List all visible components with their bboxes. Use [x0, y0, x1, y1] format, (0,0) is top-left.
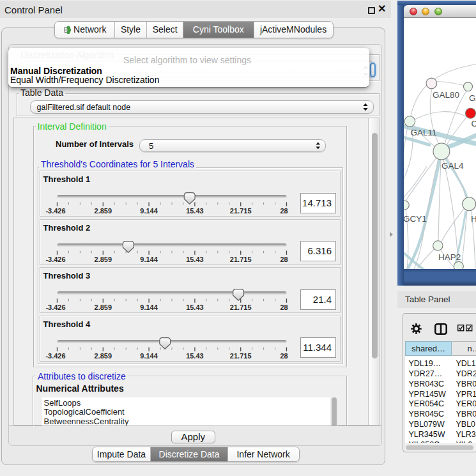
svg-text:28: 28: [280, 351, 288, 359]
svg-text:9.144: 9.144: [140, 303, 158, 311]
svg-text:21.715: 21.715: [229, 303, 251, 311]
svg-text:15.43: 15.43: [186, 351, 204, 359]
svg-text:2.859: 2.859: [94, 303, 112, 311]
svg-text:21.715: 21.715: [229, 255, 251, 263]
svg-text:-3.426: -3.426: [45, 255, 65, 263]
svg-text:2.859: 2.859: [94, 207, 112, 215]
svg-text:15.43: 15.43: [186, 255, 204, 263]
svg-text:28: 28: [280, 207, 288, 215]
svg-text:21.715: 21.715: [229, 351, 251, 359]
svg-text:HAP2: HAP2: [438, 252, 461, 261]
svg-text:9.144: 9.144: [140, 255, 158, 263]
svg-text:C: C: [472, 118, 476, 128]
svg-text:28: 28: [280, 255, 288, 263]
svg-text:21.715: 21.715: [229, 207, 251, 215]
svg-text:2.859: 2.859: [94, 255, 112, 263]
svg-text:9.144: 9.144: [140, 351, 158, 359]
svg-text:H: H: [471, 213, 476, 223]
svg-text:15.43: 15.43: [186, 303, 204, 311]
svg-text:-3.426: -3.426: [45, 303, 65, 311]
svg-text:15.43: 15.43: [186, 207, 204, 215]
svg-text:GAL80: GAL80: [433, 89, 459, 99]
svg-text:GA: GA: [469, 93, 476, 103]
svg-text:GAL4: GAL4: [441, 160, 464, 170]
svg-text:9.144: 9.144: [140, 207, 158, 215]
svg-text:GAL11: GAL11: [411, 127, 437, 137]
svg-text:2.859: 2.859: [94, 351, 112, 359]
svg-text:-3.426: -3.426: [45, 351, 65, 359]
svg-text:28: 28: [280, 303, 288, 311]
svg-text:-3.426: -3.426: [45, 207, 65, 215]
svg-text:GCY1: GCY1: [404, 213, 427, 223]
